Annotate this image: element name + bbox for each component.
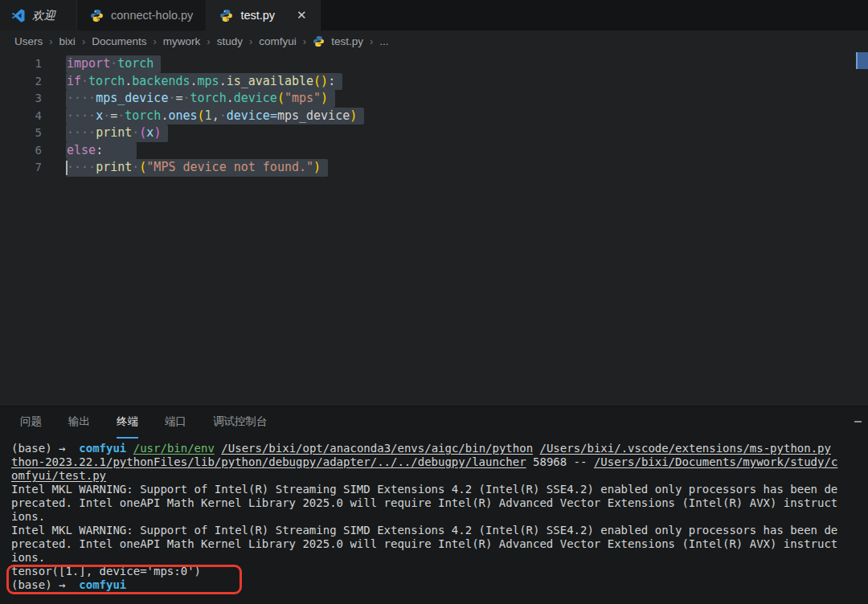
python-icon	[313, 35, 325, 47]
terminal-line: (base) → comfyui /usr/bin/env /Users/bix…	[11, 442, 868, 455]
editor-floating-button[interactable]	[856, 52, 868, 69]
terminal-line: tensor([1.], device='mps:0')	[11, 565, 868, 578]
code-line[interactable]: 3····mps_device·=·torch.device("mps")	[0, 90, 868, 108]
tab-welcome[interactable]: 欢迎	[0, 0, 77, 31]
panel-tab-output[interactable]: 输出	[68, 406, 90, 439]
breadcrumb-separator-icon: ›	[49, 35, 52, 47]
selected-code-text: ····x·=·torch.ones(1,·device=mps_device)	[66, 108, 364, 125]
tab-label: connect-holo.py	[111, 9, 193, 22]
code-line[interactable]: 4····x·=·torch.ones(1,·device=mps_device…	[0, 108, 868, 125]
code-editor[interactable]: 1import·torch2if·torch.backends.mps.is_a…	[0, 52, 868, 406]
panel-tab-terminal[interactable]: 终端	[117, 406, 138, 439]
breadcrumb: Users›bixi›Documents›mywork›study›comfyu…	[0, 31, 868, 52]
breadcrumb-separator-icon: ›	[303, 35, 306, 47]
code-line[interactable]: 6else:	[0, 142, 868, 160]
breadcrumb-separator-icon: ›	[82, 35, 85, 47]
tab-label: test.py	[240, 9, 275, 22]
selected-code-text: ····print·("MPS device not found.")	[66, 159, 328, 177]
selected-code-text: else:	[66, 142, 137, 160]
code-line[interactable]: 5····print·(x)	[0, 124, 868, 142]
vscode-window: 欢迎 connect-holo.py test.py ✕	[0, 0, 868, 604]
terminal-line: Intel MKL WARNING: Support of Intel(R) S…	[11, 524, 868, 537]
panel-tab-bar: 问题 输出 终端 端口 调试控制台	[0, 406, 868, 439]
terminal-line: precated. Intel oneAPI Math Kernel Libra…	[11, 537, 868, 551]
breadcrumb-separator-icon: ›	[370, 35, 373, 47]
breadcrumb-item[interactable]: test.py	[331, 35, 363, 47]
terminal-line: precated. Intel oneAPI Math Kernel Libra…	[11, 496, 868, 510]
breadcrumb-separator-icon: ›	[207, 35, 210, 47]
line-number: 2	[0, 73, 42, 91]
terminal-line: ions.	[11, 510, 868, 524]
breadcrumb-item[interactable]: comfyui	[259, 35, 297, 47]
tab-label: 欢迎	[32, 8, 55, 23]
terminal-output[interactable]: (base) → comfyui /usr/bin/env /Users/bix…	[0, 439, 868, 592]
breadcrumb-item[interactable]: mywork	[163, 35, 201, 47]
terminal-line: omfyui/test.py	[11, 469, 868, 483]
python-icon	[219, 9, 233, 22]
breadcrumb-separator-icon: ›	[154, 35, 157, 47]
tab-connect-holo[interactable]: connect-holo.py	[77, 0, 207, 31]
line-number: 4	[0, 108, 42, 125]
code-line[interactable]: 1import·torch	[0, 55, 868, 73]
bottom-panel: 问题 输出 终端 端口 调试控制台 (base) → comfyui /usr/…	[0, 406, 868, 604]
panel-overflow-icon[interactable]	[854, 421, 862, 422]
breadcrumb-item[interactable]: Documents	[92, 35, 146, 47]
vscode-logo-icon	[11, 9, 25, 22]
close-icon[interactable]: ✕	[297, 8, 307, 22]
line-number: 6	[0, 142, 42, 160]
selected-code-text: if·torch.backends.mps.is_available():	[66, 73, 342, 91]
breadcrumb-item[interactable]: bixi	[59, 35, 76, 47]
breadcrumb-item[interactable]: ...	[379, 35, 388, 47]
panel-tab-debug-console[interactable]: 调试控制台	[213, 406, 268, 439]
code-line[interactable]: 2if·torch.backends.mps.is_available():	[0, 73, 868, 91]
line-number: 3	[0, 90, 42, 108]
selected-code-text: ····mps_device·=·torch.device("mps")	[66, 90, 335, 108]
editor-tab-bar: 欢迎 connect-holo.py test.py ✕	[0, 0, 868, 31]
selected-code-text: import·torch	[66, 55, 161, 73]
terminal-line: ions.	[11, 551, 868, 565]
tab-test-py[interactable]: test.py ✕	[207, 0, 320, 31]
code-line[interactable]: 7····print·("MPS device not found.")	[0, 159, 868, 177]
selected-code-text: ····print·(x)	[66, 124, 168, 142]
line-number: 5	[0, 124, 42, 142]
terminal-line: Intel MKL WARNING: Support of Intel(R) S…	[11, 483, 868, 496]
breadcrumb-item[interactable]: Users	[14, 35, 43, 47]
terminal-line: (base) → comfyui	[11, 578, 868, 592]
panel-tab-problems[interactable]: 问题	[20, 406, 42, 439]
terminal-line: thon-2023.22.1/pythonFiles/lib/python/de…	[11, 455, 868, 469]
panel-tab-ports[interactable]: 端口	[165, 406, 186, 439]
breadcrumb-separator-icon: ›	[249, 35, 252, 47]
line-number: 1	[0, 55, 42, 73]
python-icon	[90, 9, 104, 22]
breadcrumb-item[interactable]: study	[217, 35, 243, 47]
line-number: 7	[0, 159, 42, 177]
code-lines: 1import·torch2if·torch.backends.mps.is_a…	[0, 52, 868, 177]
